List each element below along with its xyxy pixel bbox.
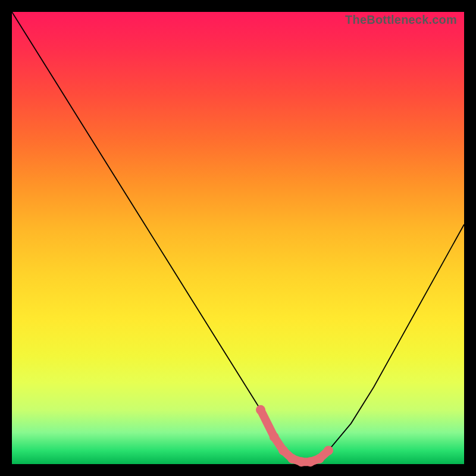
optimal-range-marker [270, 432, 279, 441]
chart-frame: TheBottleneck.com [0, 0, 476, 476]
plot-area: TheBottleneck.com [12, 12, 464, 464]
curve-layer [12, 12, 464, 464]
optimal-range-marker [296, 457, 306, 466]
bottleneck-curve [12, 12, 464, 462]
optimal-range-marker [306, 457, 315, 466]
optimal-range-marker [278, 446, 288, 455]
optimal-range-marker [256, 405, 265, 415]
optimal-range-marker [315, 454, 324, 464]
optimal-range-marker [324, 446, 333, 455]
optimal-range-marker [287, 454, 297, 464]
